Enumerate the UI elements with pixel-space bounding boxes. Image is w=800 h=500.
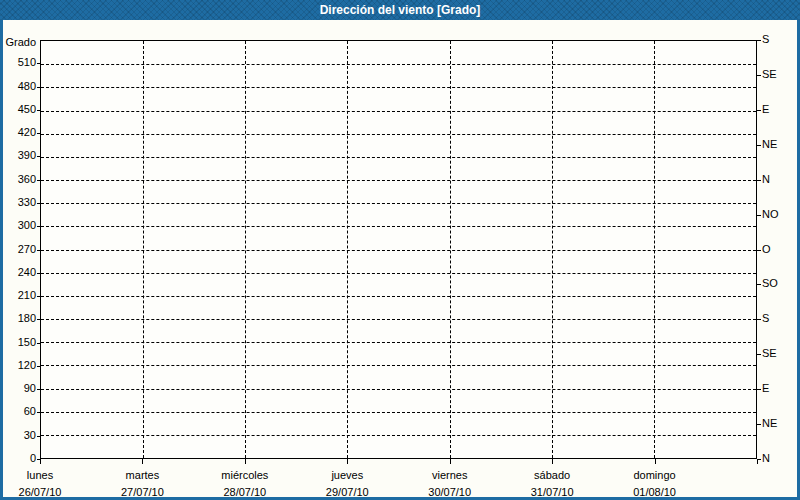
x-axis-date-label: 01/08/10 xyxy=(600,486,710,499)
y-axis-tick-mark-right xyxy=(757,180,761,181)
gridline-horizontal xyxy=(41,203,756,204)
y-axis-tick-label-left: 390 xyxy=(0,149,36,162)
y-axis-tick-mark-right xyxy=(757,40,761,41)
y-axis-tick-label-right: NE xyxy=(762,417,798,430)
gridline-vertical xyxy=(552,41,553,458)
x-axis-date-label: 26/07/10 xyxy=(0,486,95,499)
y-axis-tick-label-left: 30 xyxy=(0,429,36,442)
y-axis-tick-label-right: N xyxy=(762,173,798,186)
y-axis-tick-mark-right xyxy=(757,284,761,285)
x-axis-date-label: 30/07/10 xyxy=(395,486,505,499)
x-axis-date-label: 28/07/10 xyxy=(190,486,300,499)
y-axis-tick-label-right: NO xyxy=(762,208,798,221)
y-axis-tick-mark-left xyxy=(37,366,40,367)
x-axis-day-label: martes xyxy=(87,469,197,482)
gridline-horizontal xyxy=(41,226,756,227)
x-axis-date-label: 31/07/10 xyxy=(497,486,607,499)
y-axis-tick-mark-right xyxy=(757,424,761,425)
x-axis-day-label: viernes xyxy=(395,469,505,482)
gridline-vertical xyxy=(245,41,246,458)
gridline-horizontal xyxy=(41,342,756,343)
y-axis-tick-mark-left xyxy=(37,63,40,64)
chart-window: Dirección del viento [Grado] Grado 51048… xyxy=(0,0,800,500)
y-axis-tick-label-left: 420 xyxy=(0,126,36,139)
x-axis-tick-mark xyxy=(347,459,348,464)
y-axis-tick-label-left: 120 xyxy=(0,359,36,372)
gridline-horizontal xyxy=(41,87,756,88)
y-axis-tick-label-left: 60 xyxy=(0,405,36,418)
y-axis-tick-label-left: 510 xyxy=(0,56,36,69)
gridline-horizontal xyxy=(41,412,756,413)
x-axis-day-label: domingo xyxy=(600,469,710,482)
y-axis-tick-mark-left xyxy=(37,180,40,181)
gridline-vertical xyxy=(450,41,451,458)
gridline-horizontal xyxy=(41,389,756,390)
y-axis-tick-mark-left xyxy=(37,203,40,204)
y-axis-tick-mark-left xyxy=(37,436,40,437)
y-axis-tick-mark-right xyxy=(757,389,761,390)
y-axis-tick-label-left: 300 xyxy=(0,219,36,232)
y-axis-tick-mark-left xyxy=(37,273,40,274)
y-axis-tick-mark-left xyxy=(37,156,40,157)
y-axis-tick-label-right: SE xyxy=(762,347,798,360)
x-axis-day-label: jueves xyxy=(292,469,402,482)
y-axis-tick-mark-right xyxy=(757,354,761,355)
y-axis-tick-mark-right xyxy=(757,319,761,320)
x-axis-date-label: 27/07/10 xyxy=(87,486,197,499)
y-axis-tick-label-left: 480 xyxy=(0,80,36,93)
gridline-vertical xyxy=(654,41,655,458)
y-axis-tick-mark-left xyxy=(37,343,40,344)
y-axis-tick-label-right: E xyxy=(762,382,798,395)
x-axis-date-label: 29/07/10 xyxy=(292,486,402,499)
x-axis-day-label: miércoles xyxy=(190,469,300,482)
gridline-horizontal xyxy=(41,111,756,112)
x-axis-day-label: lunes xyxy=(0,469,95,482)
x-axis-tick-mark xyxy=(245,459,246,464)
y-axis-tick-mark-right xyxy=(757,75,761,76)
y-axis-tick-label-left: 210 xyxy=(0,289,36,302)
y-axis-tick-mark-right xyxy=(757,110,761,111)
y-axis-tick-mark-left xyxy=(37,226,40,227)
x-axis-day-label: sábado xyxy=(497,469,607,482)
x-axis-tick-mark xyxy=(142,459,143,464)
gridline-vertical xyxy=(347,41,348,458)
y-axis-tick-label-right: NE xyxy=(762,138,798,151)
y-axis-tick-mark-right xyxy=(757,145,761,146)
gridline-horizontal xyxy=(41,250,756,251)
y-axis-tick-mark-left xyxy=(37,133,40,134)
y-axis-tick-label-left: 0 xyxy=(0,452,36,465)
y-axis-tick-label-left: 150 xyxy=(0,336,36,349)
y-axis-tick-mark-left xyxy=(37,412,40,413)
gridline-horizontal xyxy=(41,157,756,158)
x-axis-tick-mark xyxy=(655,459,656,464)
gridline-horizontal xyxy=(41,365,756,366)
x-axis-tick-mark xyxy=(757,459,758,464)
y-axis-title: Grado xyxy=(0,36,36,48)
y-axis-tick-label-right: O xyxy=(762,243,798,256)
y-axis-tick-mark-left xyxy=(37,87,40,88)
y-axis-tick-label-right: SO xyxy=(762,277,798,290)
y-axis-tick-label-left: 360 xyxy=(0,173,36,186)
y-axis-tick-label-left: 90 xyxy=(0,382,36,395)
x-axis-tick-mark xyxy=(552,459,553,464)
y-axis-tick-mark-left xyxy=(37,296,40,297)
window-title-bar: Dirección del viento [Grado] xyxy=(0,0,800,20)
y-axis-tick-label-left: 450 xyxy=(0,103,36,116)
y-axis-tick-mark-right xyxy=(757,215,761,216)
y-axis-tick-label-left: 330 xyxy=(0,196,36,209)
gridline-horizontal xyxy=(41,273,756,274)
y-axis-tick-mark-right xyxy=(757,250,761,251)
chart-title: Dirección del viento [Grado] xyxy=(320,3,481,17)
gridline-horizontal xyxy=(41,435,756,436)
y-axis-tick-mark-left xyxy=(37,250,40,251)
y-axis-tick-label-right: S xyxy=(762,33,798,46)
gridline-horizontal xyxy=(41,296,756,297)
gridline-horizontal xyxy=(41,180,756,181)
y-axis-tick-label-right: S xyxy=(762,312,798,325)
y-axis-tick-mark-left xyxy=(37,110,40,111)
x-axis-tick-mark xyxy=(40,459,41,464)
y-axis-tick-label-left: 180 xyxy=(0,312,36,325)
plot-area xyxy=(40,40,757,459)
y-axis-tick-label-left: 240 xyxy=(0,266,36,279)
y-axis-tick-label-right: E xyxy=(762,103,798,116)
